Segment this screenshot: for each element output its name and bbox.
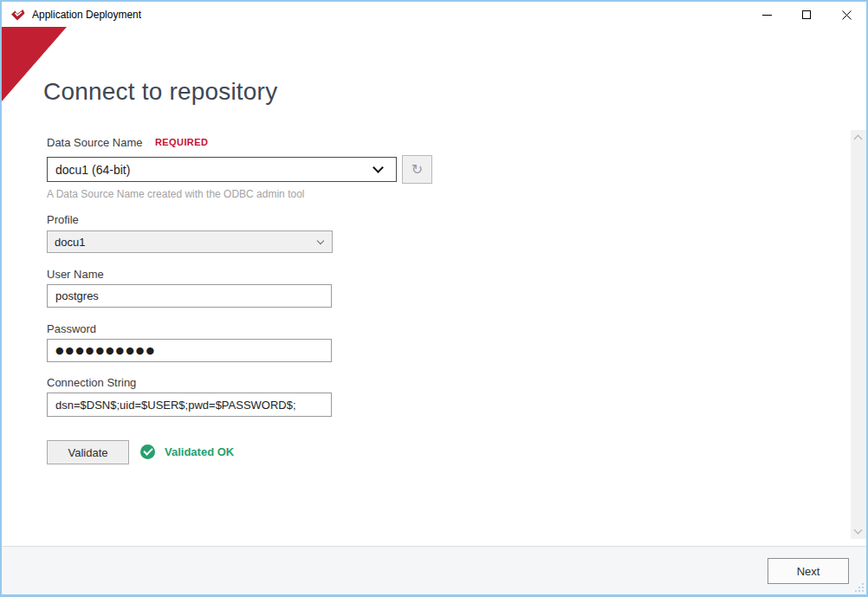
minimize-icon — [762, 15, 772, 16]
dsn-help-text: A Data Source Name created with the ODBC… — [47, 188, 304, 200]
maximize-icon — [802, 10, 811, 19]
dsn-combobox[interactable]: docu1 (64-bit) — [47, 157, 397, 182]
connection-string-label: Connection String — [47, 376, 136, 389]
validation-status-text: Validated OK — [165, 445, 234, 458]
profile-select-value: docu1 — [48, 236, 318, 249]
page-title: Connect to repository — [43, 78, 277, 106]
profile-label: Profile — [47, 213, 79, 226]
check-circle-icon — [140, 445, 155, 459]
scroll-up-icon[interactable] — [854, 135, 863, 144]
refresh-icon: ↻ — [411, 163, 423, 177]
title-bar: Application Deployment — [2, 2, 866, 28]
next-button[interactable]: Next — [768, 558, 849, 584]
connection-string-input[interactable] — [47, 393, 332, 417]
dsn-required-badge: REQUIRED — [155, 137, 208, 147]
footer-bar: Next — [2, 546, 866, 594]
chevron-down-icon — [372, 162, 384, 173]
dsn-combobox-value: docu1 (64-bit) — [48, 163, 374, 177]
vertical-scrollbar[interactable] — [851, 130, 866, 539]
close-button[interactable] — [826, 2, 866, 28]
minimize-button[interactable] — [747, 2, 787, 28]
dsn-refresh-button[interactable]: ↻ — [402, 155, 432, 184]
scroll-down-icon[interactable] — [854, 526, 863, 535]
password-label: Password — [47, 322, 96, 335]
profile-select[interactable]: docu1 — [47, 230, 333, 253]
app-logo-icon — [10, 9, 26, 22]
validate-button[interactable]: Validate — [47, 440, 129, 464]
maximize-button[interactable] — [787, 2, 826, 28]
username-input[interactable] — [47, 284, 332, 308]
password-input[interactable] — [47, 339, 332, 362]
dsn-label: Data Source Name — [47, 136, 143, 149]
window-controls — [747, 2, 866, 28]
username-label: User Name — [47, 268, 104, 281]
close-icon — [842, 10, 852, 20]
application-window: Application Deployment Connect to reposi… — [0, 0, 868, 597]
resize-grip[interactable] — [853, 581, 864, 592]
chevron-down-icon — [317, 237, 324, 243]
window-title: Application Deployment — [32, 9, 141, 21]
validation-status: Validated OK — [140, 445, 234, 459]
